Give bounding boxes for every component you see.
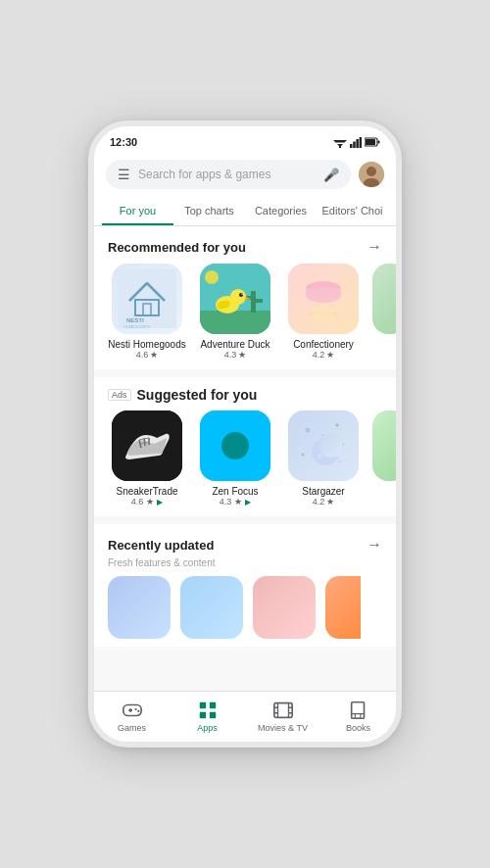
tab-for-you[interactable]: For you <box>102 197 173 225</box>
recently-app-partial <box>325 576 361 639</box>
bottom-nav-books[interactable]: Books <box>320 698 396 734</box>
conf-star: ★ <box>326 350 334 360</box>
nesti-star: ★ <box>150 350 158 360</box>
books-nav-label: Books <box>346 723 370 733</box>
zen-rating-value: 4.3 <box>220 497 232 506</box>
avatar[interactable] <box>359 162 384 187</box>
games-icon <box>122 699 143 721</box>
svg-rect-6 <box>356 139 359 148</box>
signal-icon <box>350 137 362 148</box>
svg-rect-9 <box>378 141 380 144</box>
zen-app-icon <box>200 410 270 481</box>
recommended-apps-row: NESTI HOMEGOODS Nesti Homegoods 4.6 ★ <box>94 264 396 360</box>
svg-rect-10 <box>366 139 375 145</box>
books-icon <box>348 699 369 721</box>
nesti-app-rating: 4.6 ★ <box>136 350 159 360</box>
recently-app-3[interactable] <box>253 576 316 639</box>
svg-point-49 <box>321 434 324 437</box>
app-card-stargazer[interactable]: ✦ ✦ Stargazer 4.2 ★ <box>284 410 363 506</box>
svg-point-45 <box>221 432 249 459</box>
apps-nav-label: Apps <box>197 723 218 733</box>
bottom-nav-games[interactable]: Games <box>94 698 170 734</box>
svg-rect-63 <box>199 711 205 717</box>
ads-label-row: Ads Suggested for you <box>94 387 396 410</box>
svg-point-27 <box>241 294 242 295</box>
recently-app-1[interactable] <box>108 576 171 639</box>
duck-app-icon <box>200 264 270 334</box>
svg-point-47 <box>306 428 311 433</box>
sneaker-app-icon <box>112 410 182 481</box>
zen-app-name: Zen Focus <box>196 486 274 497</box>
recommended-arrow-icon[interactable]: → <box>367 238 382 256</box>
svg-point-48 <box>335 423 339 427</box>
recommended-section: Recommended for you → <box>94 226 396 369</box>
sneaker-star: ★ <box>146 497 154 506</box>
svg-rect-7 <box>360 137 362 148</box>
recommended-title: Recommended for you <box>108 240 246 255</box>
tab-top-charts[interactable]: Top charts <box>173 197 245 225</box>
sneaker-app-rating: 4.6 ★ ▶ <box>131 497 164 506</box>
app-card-sneaker[interactable]: SneakerTrade 4.6 ★ ▶ <box>108 410 186 506</box>
ads-section-title: Suggested for you <box>137 387 258 403</box>
svg-point-60 <box>137 709 139 711</box>
svg-point-51 <box>302 454 305 457</box>
app-card-conf[interactable]: Confectionery 4.2 ★ <box>284 264 363 360</box>
recently-app-2[interactable] <box>180 576 243 639</box>
svg-text:✦: ✦ <box>316 451 323 461</box>
svg-rect-61 <box>199 701 205 707</box>
scroll-content: Recommended for you → <box>94 226 396 691</box>
duck-app-rating: 4.3 ★ <box>224 350 247 360</box>
avatar-image <box>359 162 384 187</box>
status-time: 12:30 <box>110 136 137 148</box>
bottom-nav: Games Apps <box>94 691 396 742</box>
nav-tabs: For you Top charts Categories Editors' C… <box>94 197 396 226</box>
stargazer-app-name: Stargazer <box>284 486 363 497</box>
recently-arrow-icon[interactable]: → <box>367 536 382 554</box>
conf-rating-value: 4.2 <box>313 350 325 360</box>
duck-app-name: Adventure Duck <box>196 339 274 350</box>
nesti-app-name: Nesti Homegoods <box>108 339 186 350</box>
tab-editors-choice[interactable]: Editors' Choi <box>317 197 388 225</box>
svg-rect-62 <box>209 701 215 707</box>
svg-point-37 <box>310 311 337 322</box>
svg-rect-4 <box>350 144 353 148</box>
tab-categories[interactable]: Categories <box>245 197 317 225</box>
zen-star: ★ <box>234 497 242 506</box>
svg-point-34 <box>306 287 341 303</box>
stargazer-star: ★ <box>326 497 334 506</box>
conf-app-rating: 4.2 ★ <box>313 350 335 360</box>
bottom-spacer <box>94 654 396 662</box>
mic-icon: 🎤 <box>323 168 339 182</box>
svg-text:NESTI: NESTI <box>126 317 144 323</box>
battery-icon <box>365 137 380 147</box>
app-card-zen[interactable]: Zen Focus 4.3 ★ ▶ <box>196 410 274 506</box>
recently-section: Recently updated → Fresh features & cont… <box>94 524 396 647</box>
games-nav-label: Games <box>118 723 146 733</box>
svg-point-12 <box>367 167 376 176</box>
phone-inner: 12:30 <box>94 126 396 742</box>
wifi-icon <box>333 137 347 148</box>
conf-app-name: Confectionery <box>284 339 363 350</box>
movies-icon <box>272 699 294 721</box>
svg-rect-21 <box>251 291 256 313</box>
svg-rect-58 <box>129 708 131 712</box>
svg-rect-20 <box>200 311 270 334</box>
bottom-nav-apps[interactable]: Apps <box>170 698 245 734</box>
ads-apps-row: SneakerTrade 4.6 ★ ▶ <box>94 410 396 506</box>
svg-point-59 <box>134 707 136 709</box>
svg-point-30 <box>205 270 219 284</box>
zen-app-rating: 4.3 ★ ▶ <box>220 497 252 506</box>
status-bar: 12:30 <box>94 126 396 154</box>
recently-subtitle: Fresh features & content <box>94 557 396 568</box>
hamburger-icon: ☰ <box>118 167 130 182</box>
search-bar: ☰ Search for apps & games 🎤 <box>94 154 396 197</box>
search-bar-inner[interactable]: ☰ Search for apps & games 🎤 <box>106 160 351 189</box>
app-card-nesti[interactable]: NESTI HOMEGOODS Nesti Homegoods 4.6 ★ <box>108 264 186 360</box>
bottom-nav-movies[interactable]: Movies & TV <box>245 698 320 734</box>
app-card-partial-rec <box>372 264 396 360</box>
app-card-duck[interactable]: Adventure Duck 4.3 ★ <box>196 264 274 360</box>
stargazer-app-rating: 4.2 ★ <box>313 497 335 506</box>
ads-badge: Ads <box>108 389 131 401</box>
sneaker-rating-value: 4.6 <box>131 497 144 506</box>
svg-rect-5 <box>353 141 356 148</box>
